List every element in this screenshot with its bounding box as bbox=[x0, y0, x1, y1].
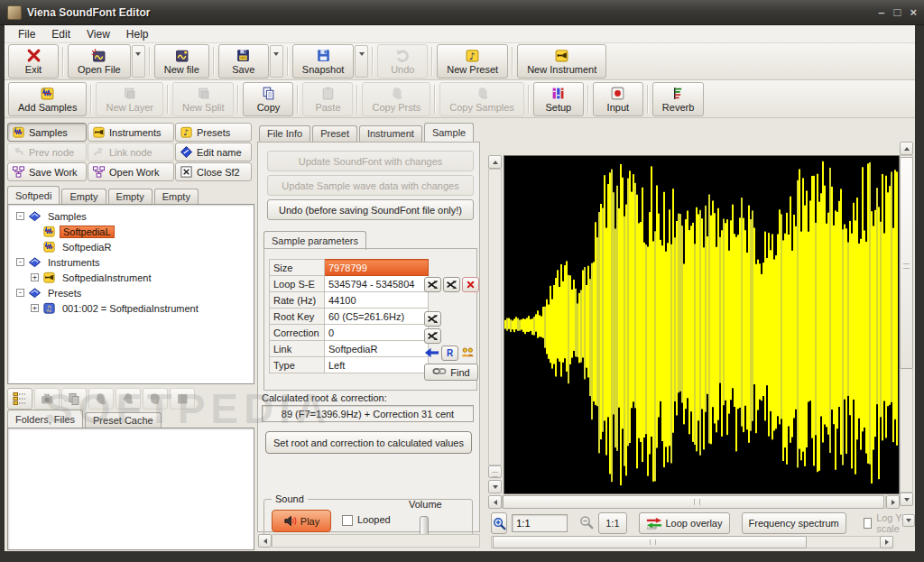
tree-item[interactable]: +SoftpediaInstrument bbox=[16, 270, 262, 285]
tab-empty[interactable]: Empty bbox=[154, 189, 199, 205]
wave-right-vscroll-thumb[interactable] bbox=[900, 157, 913, 369]
tree-node[interactable]: -Presets bbox=[16, 285, 262, 300]
nav-button-samples[interactable]: Samples bbox=[7, 123, 87, 142]
nav-button-presets[interactable]: ♪Presets bbox=[175, 123, 252, 142]
collapse-icon[interactable]: - bbox=[16, 212, 24, 220]
tree-item[interactable]: SoftpediaR bbox=[16, 239, 262, 254]
toolbar-button-snapshot[interactable]: Snapshot bbox=[292, 44, 354, 78]
toolbar-button-new-instrument[interactable]: New Instrument bbox=[517, 44, 606, 78]
svg-text:LOOP: LOOP bbox=[646, 526, 657, 530]
editor-hscroll-track[interactable] bbox=[272, 534, 480, 548]
param-value[interactable]: Left bbox=[325, 357, 429, 373]
find-button[interactable]: Find bbox=[424, 364, 478, 381]
clear-loop-icon[interactable] bbox=[462, 277, 479, 292]
nav-button-close-sf2[interactable]: Close Sf2 bbox=[175, 162, 252, 181]
tree-item[interactable]: +♫001:002 = SoftpediaInstrument bbox=[16, 300, 262, 316]
wave-options-dropdown[interactable] bbox=[902, 514, 915, 527]
toolbar-button-exit[interactable]: Exit bbox=[8, 44, 59, 78]
toolbar-button-reverb[interactable]: Reverb bbox=[652, 82, 704, 116]
tab-softpedi[interactable]: Softpedi bbox=[7, 186, 60, 205]
collapse-icon[interactable]: - bbox=[16, 289, 24, 297]
waveform-display[interactable] bbox=[504, 155, 900, 494]
menu-file[interactable]: File bbox=[10, 26, 43, 42]
bottom-hscroll-right[interactable] bbox=[880, 536, 893, 548]
maximize-button[interactable]: □ bbox=[894, 6, 901, 19]
param-value[interactable]: 5345794 - 5345804 bbox=[325, 276, 429, 292]
wave-hscroll-thumb[interactable] bbox=[503, 495, 884, 509]
log-y-checkbox[interactable] bbox=[864, 518, 872, 529]
param-value[interactable]: SoftpediaR bbox=[325, 341, 429, 357]
actual-size-button[interactable]: 1:1 bbox=[598, 512, 626, 534]
toolbar-button-open-file[interactable]: Open File bbox=[68, 44, 131, 78]
wave-hscroll-right[interactable] bbox=[886, 495, 900, 509]
tab-preset[interactable]: Preset bbox=[312, 125, 357, 142]
snapshot-dropdown[interactable] bbox=[355, 45, 368, 78]
swap-loop-start-icon[interactable] bbox=[424, 277, 441, 292]
nav-button-open-work[interactable]: Open Work bbox=[88, 162, 174, 181]
wave-left-vscroll-down[interactable] bbox=[488, 480, 502, 493]
update-button-2[interactable]: Undo (before saving SoundFont file only!… bbox=[267, 199, 474, 220]
wave-left-vscroll-track[interactable] bbox=[488, 169, 502, 465]
frequency-spectrum-button[interactable]: Frequency spectrum bbox=[742, 512, 846, 534]
file-list-panel[interactable] bbox=[7, 428, 254, 550]
wave-right-vscroll-up[interactable] bbox=[900, 142, 913, 155]
menu-edit[interactable]: Edit bbox=[43, 26, 79, 42]
toolbar-button-copy[interactable]: Copy bbox=[243, 82, 293, 116]
menu-view[interactable]: View bbox=[79, 26, 118, 42]
tree-item[interactable]: SoftpediaL bbox=[16, 224, 262, 239]
tab-empty[interactable]: Empty bbox=[61, 189, 106, 205]
node-book-icon bbox=[28, 286, 42, 299]
looped-checkbox[interactable] bbox=[342, 515, 353, 526]
param-value[interactable]: 7978799 bbox=[325, 260, 429, 276]
wave-right-vscroll-down[interactable] bbox=[900, 493, 913, 506]
set-root-correction-button[interactable]: Set root and correction to calculated va… bbox=[265, 431, 472, 454]
stereo-link-icon[interactable]: R bbox=[441, 345, 458, 361]
swap-loop-end-icon[interactable] bbox=[443, 277, 460, 292]
wave-left-vscroll-up[interactable] bbox=[488, 155, 502, 169]
collapse-icon[interactable]: - bbox=[16, 258, 24, 266]
tree-node[interactable]: -Samples bbox=[16, 208, 262, 224]
editor-hscroll-left[interactable] bbox=[258, 534, 272, 548]
wave-left-vscroll-thumb[interactable] bbox=[488, 465, 502, 478]
tab-file-info[interactable]: File Info bbox=[259, 125, 310, 142]
mini-tool-hierarchy-icon[interactable] bbox=[7, 388, 32, 410]
tree-node[interactable]: -Instruments bbox=[16, 254, 262, 270]
tab-empty[interactable]: Empty bbox=[108, 189, 152, 205]
toolbar-button-add-samples[interactable]: Add Samples bbox=[8, 82, 87, 116]
open-file-dropdown[interactable] bbox=[132, 45, 145, 78]
nav-button-edit-name[interactable]: Edit name bbox=[175, 143, 252, 161]
minimize-button[interactable]: – bbox=[878, 6, 884, 19]
loop-overlay-button[interactable]: LOOPLoop overlay bbox=[639, 512, 730, 534]
zoom-ratio-input[interactable] bbox=[512, 514, 568, 532]
expand-icon[interactable]: + bbox=[31, 304, 39, 312]
tab-sample[interactable]: Sample bbox=[424, 123, 474, 142]
toolbar-button-setup[interactable]: Setup bbox=[533, 82, 584, 116]
param-value[interactable]: 60 (C5=261.6Hz) bbox=[325, 309, 429, 325]
tab-sample-parameters[interactable]: Sample parameters bbox=[263, 231, 366, 250]
param-value[interactable]: 44100 bbox=[325, 292, 429, 309]
expand-icon[interactable]: + bbox=[31, 273, 39, 281]
zoom-out-icon[interactable] bbox=[579, 515, 594, 531]
bottom-hscroll-thumb[interactable] bbox=[493, 536, 807, 548]
toolbar-button-input[interactable]: Input bbox=[593, 82, 643, 116]
link-back-arrow-icon[interactable] bbox=[424, 347, 439, 360]
tab-instrument[interactable]: Instrument bbox=[359, 125, 422, 142]
save-dropdown[interactable] bbox=[270, 45, 283, 78]
close-button[interactable]: × bbox=[910, 6, 917, 19]
nav-button-save-work[interactable]: Save Work bbox=[7, 162, 87, 181]
nav-button-instruments[interactable]: Instruments bbox=[88, 123, 174, 142]
toolbar-button-save[interactable]: Save bbox=[218, 44, 269, 78]
tab-folders-files[interactable]: Folders, Files bbox=[7, 410, 83, 428]
swap-correction-icon[interactable] bbox=[424, 328, 441, 344]
param-value[interactable]: 0 bbox=[325, 325, 429, 341]
menu-help[interactable]: Help bbox=[118, 26, 157, 42]
toolbar-button-new-preset[interactable]: ♪New Preset bbox=[437, 44, 508, 78]
pair-people-icon[interactable] bbox=[460, 345, 475, 361]
tab-preset-cache[interactable]: Preset Cache bbox=[85, 412, 162, 428]
play-button[interactable]: Play bbox=[272, 510, 331, 532]
zoom-in-button[interactable] bbox=[491, 512, 507, 534]
wave-hscroll-left[interactable] bbox=[488, 495, 502, 509]
params-tab-strip: Sample parameters bbox=[263, 232, 366, 250]
swap-root-key-icon[interactable] bbox=[424, 311, 441, 327]
toolbar-button-new-file[interactable]: New file bbox=[154, 44, 209, 78]
